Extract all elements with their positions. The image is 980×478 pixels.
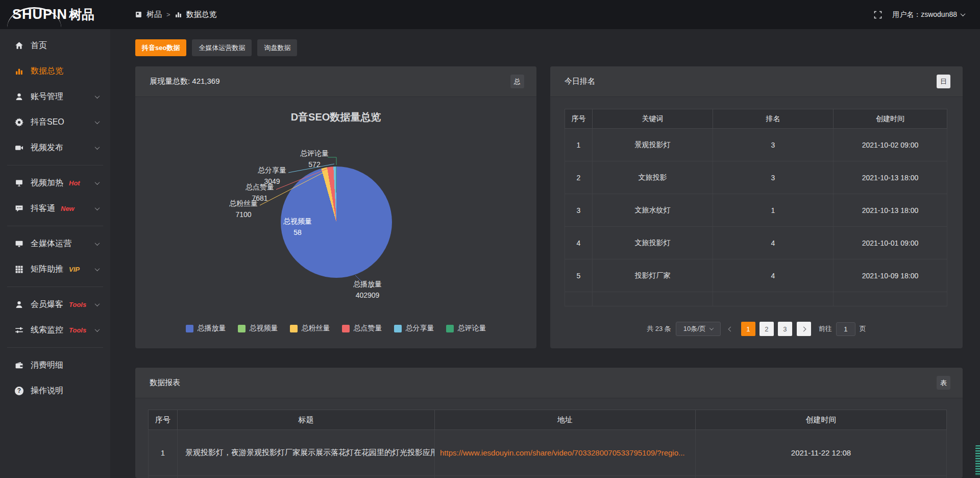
video-link[interactable]: https://www.iesdouyin.com/share/video/70…: [440, 448, 685, 457]
sidebar-item-label: 会员爆客: [31, 299, 63, 310]
sidebar-item-label: 矩阵助推: [31, 264, 63, 275]
pagination-total: 共 23 条: [647, 324, 671, 333]
col-index: 序号: [565, 109, 593, 129]
username: 用户名：zswodun88: [892, 10, 957, 19]
legend-label: 总分享量: [406, 324, 434, 333]
topbar: SHUPIN 树品 树品 > 数据总览 用户名：zswodun88: [0, 0, 980, 29]
chat-icon: [14, 204, 24, 213]
sidebar-item-media-operation[interactable]: 全媒体运营: [0, 231, 110, 256]
sidebar-item-label: 全媒体运营: [31, 238, 71, 249]
table-view-badge[interactable]: 表: [937, 376, 950, 390]
ranking-table: 序号 关键词 排名 创建时间 1景观投影灯32021-10-02 09:002文…: [565, 109, 947, 306]
sidebar-item-badge: New: [61, 205, 75, 212]
sidebar-item-badge: Hot: [69, 179, 80, 187]
legend-swatch: [394, 325, 402, 332]
col-url: 地址: [435, 410, 696, 430]
next-page-button[interactable]: [797, 322, 811, 336]
sidebar-item-clue-monitor[interactable]: 线索监控Tools: [0, 317, 110, 343]
cell-created: 2021-10-09 18:00: [834, 259, 947, 292]
tab-douyin-seo-data[interactable]: 抖音seo数据: [135, 39, 186, 56]
page-button-3[interactable]: 3: [778, 322, 792, 336]
sidebar-item-badge: Tools: [69, 326, 86, 334]
legend-label: 总粉丝量: [302, 324, 330, 333]
side-float-widget[interactable]: [975, 445, 980, 476]
legend-item[interactable]: 总播放量: [186, 324, 226, 333]
chevron-right-icon: [801, 326, 806, 331]
tab-inquiry-data[interactable]: 询盘数据: [257, 39, 297, 56]
sidebar-item-account-manage[interactable]: 账号管理: [0, 84, 110, 109]
page-button-1[interactable]: 1: [741, 322, 755, 336]
cell-index: 3: [565, 194, 593, 227]
chart-bars-icon: [14, 66, 24, 76]
overview-card: 展现量总数: 421,369 总 D音SEO数据量总览 总评论量 572 总分享…: [135, 66, 536, 348]
sidebar-item-label: 抖音SEO: [31, 117, 64, 128]
chevron-down-icon: [95, 327, 100, 332]
legend-item[interactable]: 总点赞量: [342, 324, 382, 333]
chart-title: D音SEO数据量总览: [135, 110, 536, 124]
col-index: 序号: [149, 410, 178, 430]
legend-item[interactable]: 总粉丝量: [290, 324, 330, 333]
sidebar-item-video-heat[interactable]: 视频加热Hot: [0, 170, 110, 196]
sidebar-item-douketong[interactable]: 抖客通New: [0, 196, 110, 221]
cell-created: 2021-10-01 09:00: [834, 227, 947, 259]
breadcrumb-item-shupin[interactable]: 树品: [146, 10, 162, 19]
pie-label-plays: 总播放量 402909: [346, 279, 389, 301]
col-created: 创建时间: [834, 109, 947, 129]
cell-keyword: 文旅投影: [593, 161, 713, 194]
ranking-table-body: 1景观投影灯32021-10-02 09:002文旅投影32021-10-13 …: [565, 129, 947, 306]
cell-created: 2021-11-22 12:08: [696, 430, 947, 476]
pie-label-comments: 总评论量 572: [299, 148, 330, 170]
legend-swatch: [186, 325, 193, 332]
table-row-partial: [149, 476, 947, 478]
wallet-icon: [14, 361, 24, 370]
chevron-down-icon: [709, 326, 714, 330]
cell-rank: 4: [713, 227, 834, 259]
table-row: 2文旅投影32021-10-13 18:00: [565, 161, 947, 194]
legend-label: 总点赞量: [354, 324, 382, 333]
sidebar-item-data-overview[interactable]: 数据总览: [0, 58, 110, 84]
sidebar-item-label: 首页: [31, 40, 47, 51]
sidebar-item-label: 操作说明: [31, 386, 63, 396]
page-size-select[interactable]: 10条/页: [676, 322, 721, 336]
pagination: 共 23 条 10条/页 123 前往 页: [550, 322, 963, 336]
goto-label: 前往: [819, 324, 832, 333]
cell-keyword: 投影灯厂家: [593, 259, 713, 292]
pie-label-videos: 总视频量 58: [282, 216, 313, 238]
sidebar-item-douyin-seo[interactable]: 抖音SEO: [0, 109, 110, 135]
cell-rank: 1: [713, 194, 834, 227]
user-menu[interactable]: 用户名：zswodun88: [892, 10, 965, 19]
legend-item[interactable]: 总评论量: [446, 324, 486, 333]
daily-view-badge[interactable]: 日: [937, 75, 950, 88]
sidebar-item-consume-detail[interactable]: 消费明细: [0, 352, 110, 378]
sidebar: 首页数据总览账号管理抖音SEO视频发布视频加热Hot抖客通New全媒体运营矩阵助…: [0, 29, 110, 478]
cell-created: 2021-10-13 18:00: [834, 194, 947, 227]
page-button-2[interactable]: 2: [760, 322, 774, 336]
sidebar-item-member-burst[interactable]: 会员爆客Tools: [0, 292, 110, 317]
report-card: 数据报表 表 序号 标题 地址 创建时间 1 景观投影灯，夜游景观投影灯厂家展示…: [135, 368, 963, 478]
sidebar-item-video-publish[interactable]: 视频发布: [0, 135, 110, 160]
goto-page-input[interactable]: [836, 322, 855, 336]
legend-item[interactable]: 总分享量: [394, 324, 434, 333]
table-row: 4文旅投影灯42021-10-01 09:00: [565, 227, 947, 259]
pie-label-fans: 总粉丝量 7100: [228, 198, 259, 220]
cell-title: 景观投影灯，夜游景观投影灯厂家展示展示落花灯在花园里的灯光投影应用效果 #: [178, 430, 435, 476]
breadcrumb-item-overview: 数据总览: [186, 10, 217, 19]
grid-square-icon: [135, 11, 142, 18]
legend-item[interactable]: 总视频量: [238, 324, 278, 333]
table-row-empty: [565, 292, 947, 306]
sidebar-divider: [7, 286, 103, 287]
total-view-badge[interactable]: 总: [510, 75, 524, 88]
ranking-card-header: 今日排名 日: [550, 66, 963, 97]
table-row: 5投影灯厂家42021-10-09 18:00: [565, 259, 947, 292]
grid-icon: [14, 265, 24, 274]
sidebar-item-matrix-boost[interactable]: 矩阵助推VIP: [0, 256, 110, 282]
tab-media-operation-data[interactable]: 全媒体运营数据: [192, 39, 252, 56]
prev-page-button[interactable]: [725, 322, 737, 336]
sidebar-item-badge: Tools: [69, 301, 86, 308]
fullscreen-icon[interactable]: [874, 11, 882, 19]
sidebar-item-operation-guide[interactable]: ?操作说明: [0, 378, 110, 403]
ranking-table-header-row: 序号 关键词 排名 创建时间: [565, 109, 947, 129]
sidebar-item-home[interactable]: 首页: [0, 33, 110, 58]
chevron-down-icon: [95, 301, 100, 306]
app-logo[interactable]: SHUPIN 树品: [0, 6, 110, 23]
